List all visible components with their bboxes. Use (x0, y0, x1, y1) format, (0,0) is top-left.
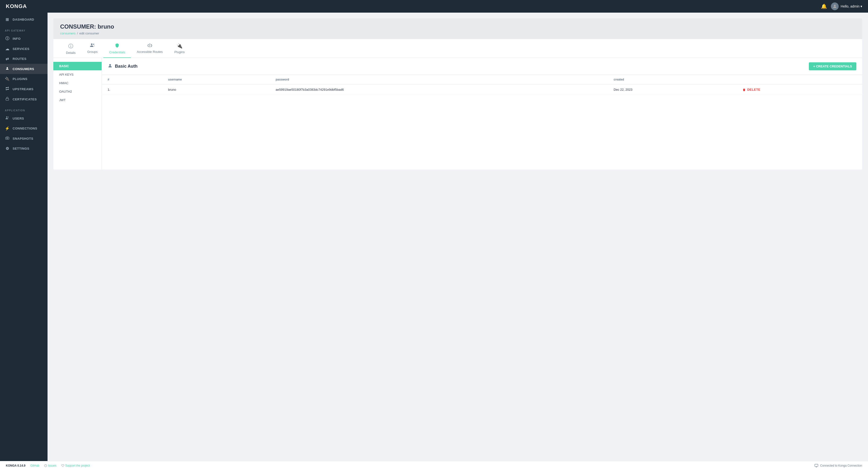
col-header-actions (737, 75, 862, 84)
credentials-table: # username password created 1. bruno ae5… (102, 75, 862, 95)
credentials-left-menu: BASIC API KEYS HMAC OAUTH2 JWT (53, 58, 102, 170)
section-title-text: Basic Auth (115, 64, 137, 69)
sidebar-item-users[interactable]: USERS (0, 113, 48, 123)
basic-auth-icon (107, 63, 113, 69)
sidebar-item-label: SERVICES (12, 47, 30, 51)
support-link-container: Support the project (61, 464, 90, 467)
tab-plugins[interactable]: 🔌 Plugins (168, 39, 191, 58)
certificates-icon (5, 97, 10, 101)
tab-credentials[interactable]: Credentials (103, 39, 131, 58)
sidebar-item-routes[interactable]: ⇄ ROUTES (0, 54, 48, 64)
tab-groups[interactable]: Groups (82, 39, 103, 58)
issues-link-container: Issues (44, 464, 57, 467)
create-credentials-button[interactable]: + CREATE CREDENTIALS (809, 62, 856, 70)
svg-point-6 (91, 43, 92, 45)
sidebar: ⊞ DASHBOARD API GATEWAY ⓘ INFO ☁ SERVICE… (0, 12, 48, 461)
svg-point-4 (8, 117, 8, 117)
sidebar-item-plugins[interactable]: 🔌 PLUGINS (0, 74, 48, 84)
row-number: 1. (102, 84, 162, 95)
sidebar-item-label: ROUTES (12, 57, 26, 61)
svg-rect-2 (6, 98, 9, 100)
tab-plugins-label: Plugins (174, 50, 185, 54)
sidebar-item-certificates[interactable]: CERTIFICATES (0, 94, 48, 104)
app-logo: KONGA (6, 3, 27, 9)
upstreams-icon (5, 87, 10, 91)
sidebar-item-label: DASHBOARD (12, 18, 34, 21)
sidebar-item-settings[interactable]: ⚙ SETTINGS (0, 144, 48, 153)
groups-tab-icon (90, 43, 95, 49)
sidebar-item-label: INFO (12, 37, 21, 40)
delete-label: DELETE (747, 88, 761, 91)
main-content: CONSUMER: bruno consumers / edit consume… (48, 12, 868, 461)
sidebar-item-dashboard[interactable]: ⊞ DASHBOARD (0, 14, 48, 25)
sidebar-item-label: SETTINGS (12, 147, 29, 150)
footer-right: Connected to Konga Connection (814, 464, 862, 468)
footer: KONGA 0.14.9 GitHub Issues Support the p… (0, 461, 868, 470)
delete-button[interactable]: DELETE (742, 88, 761, 91)
sidebar-item-label: CERTIFICATES (12, 97, 37, 101)
support-link[interactable]: Support the project (65, 464, 90, 467)
users-icon (5, 116, 10, 121)
svg-point-8 (110, 64, 111, 66)
connections-icon: ⚡ (5, 126, 10, 131)
left-menu-item-basic[interactable]: BASIC (53, 62, 101, 70)
sidebar-item-label: UPSTREAMS (12, 87, 33, 91)
table-row: 1. bruno ae59919ae50180f7b3a0383dc74291e… (102, 84, 862, 95)
details-tab-icon: ⓘ (68, 43, 73, 50)
sidebar-item-upstreams[interactable]: UPSTREAMS (0, 84, 48, 94)
page-title: CONSUMER: bruno (60, 23, 856, 30)
left-menu-item-api-keys[interactable]: API KEYS (53, 70, 101, 79)
application-section-label: APPLICATION (0, 104, 48, 113)
github-link[interactable]: GitHub (30, 464, 39, 467)
svg-point-7 (93, 43, 94, 45)
user-menu[interactable]: Hello, admin ▾ (831, 2, 862, 10)
sidebar-item-consumers[interactable]: CONSUMERS (0, 64, 48, 74)
sidebar-item-info[interactable]: ⓘ INFO (0, 33, 48, 44)
row-password: ae59919ae50180f7b3a0383dc74291e9dbf5bad6 (270, 84, 608, 95)
row-actions: DELETE (737, 84, 862, 95)
breadcrumb-current: edit consumer (79, 32, 99, 35)
sidebar-item-snapshots[interactable]: SNAPSHOTS (0, 134, 48, 144)
credentials-right-content: Basic Auth + CREATE CREDENTIALS # userna… (102, 58, 862, 170)
svg-point-5 (6, 138, 8, 139)
connected-label: Connected to Konga Connection (820, 464, 862, 467)
routes-icon: ⇄ (5, 57, 10, 61)
row-created: Dec 22, 2023 (608, 84, 737, 95)
version-label: KONGA 0.14.9 (6, 464, 26, 467)
snapshots-icon (5, 136, 10, 141)
plugins-tab-icon: 🔌 (177, 43, 183, 49)
info-icon: ⓘ (5, 36, 10, 41)
avatar (831, 2, 839, 10)
accessible-routes-tab-icon (147, 43, 153, 49)
notification-bell-icon[interactable]: 🔔 (821, 3, 827, 9)
left-menu-item-oauth2[interactable]: OAUTH2 (53, 87, 101, 96)
top-header: KONGA 🔔 Hello, admin ▾ (0, 0, 868, 12)
left-menu-item-jwt[interactable]: JWT (53, 96, 101, 104)
left-menu-item-hmac[interactable]: HMAC (53, 79, 101, 87)
tabs-container: ⓘ Details Groups Credentials Accessible (53, 39, 862, 58)
plugins-icon: 🔌 (5, 77, 10, 81)
api-gateway-section-label: API GATEWAY (0, 25, 48, 33)
sidebar-item-label: CONNECTIONS (12, 126, 37, 130)
breadcrumb-separator: / (77, 32, 78, 35)
tab-accessible-routes[interactable]: Accessible Routes (131, 39, 168, 58)
sidebar-item-services[interactable]: ☁ SERVICES (0, 44, 48, 54)
breadcrumb-consumers-link[interactable]: consumers (60, 32, 76, 35)
row-username: bruno (162, 84, 270, 95)
services-icon: ☁ (5, 47, 10, 51)
svg-rect-12 (815, 464, 818, 466)
svg-point-3 (6, 116, 7, 118)
sidebar-item-label: PLUGINS (12, 77, 27, 81)
page-header: CONSUMER: bruno consumers / edit consume… (53, 19, 862, 39)
sidebar-item-connections[interactable]: ⚡ CONNECTIONS (0, 123, 48, 134)
issues-link[interactable]: Issues (48, 464, 57, 467)
section-title: Basic Auth (107, 63, 137, 69)
dashboard-icon: ⊞ (5, 17, 10, 22)
tab-accessible-routes-label: Accessible Routes (137, 50, 163, 54)
header-right: 🔔 Hello, admin ▾ (821, 2, 862, 10)
tab-details[interactable]: ⓘ Details (60, 39, 82, 58)
tab-groups-label: Groups (87, 50, 98, 54)
layout: ⊞ DASHBOARD API GATEWAY ⓘ INFO ☁ SERVICE… (0, 12, 868, 461)
col-header-username: username (162, 75, 270, 84)
svg-point-1 (6, 67, 8, 68)
